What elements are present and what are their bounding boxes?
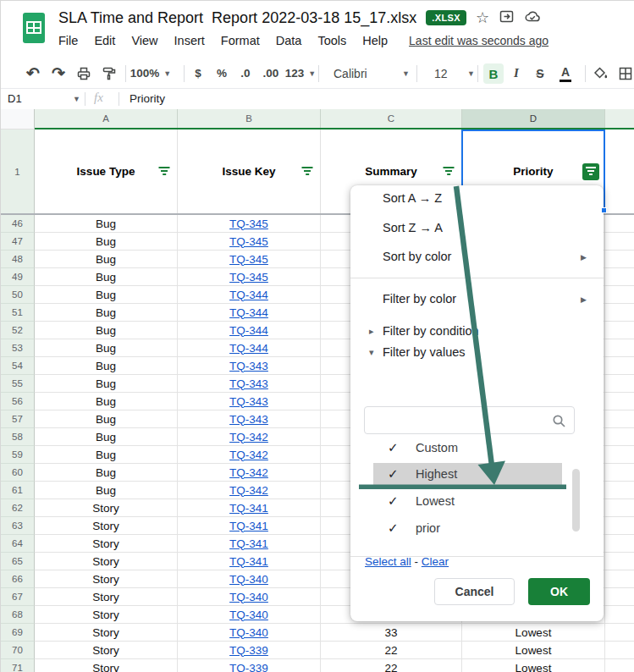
cell-issue-key[interactable]: TQ-345: [178, 251, 321, 268]
cell-empty[interactable]: [605, 659, 634, 672]
cell-issue-key[interactable]: TQ-345: [178, 233, 321, 251]
cell-empty[interactable]: [605, 535, 634, 553]
cell-issue-key[interactable]: TQ-342: [178, 482, 321, 499]
cell-issue-type[interactable]: Story: [35, 624, 178, 642]
redo-icon[interactable]: ↷: [50, 58, 67, 88]
decrease-decimal-button[interactable]: .0: [238, 58, 253, 88]
cell-empty[interactable]: [605, 268, 634, 286]
cell-issue-key[interactable]: TQ-341: [178, 499, 321, 517]
font-dropdown[interactable]: Calibri▼: [334, 58, 410, 88]
row-header-62[interactable]: 62: [1, 499, 35, 517]
cell-issue-key[interactable]: TQ-339: [178, 642, 321, 659]
row-header-61[interactable]: 61: [1, 482, 35, 499]
cell-issue-type[interactable]: Story: [35, 499, 178, 517]
issue-key-link[interactable]: TQ-344: [229, 306, 268, 319]
menu-item-filter-by-condition[interactable]: Filter by condition: [383, 322, 479, 340]
select-all-corner[interactable]: [1, 109, 35, 129]
cell-empty[interactable]: [605, 606, 634, 624]
filter-value-prior[interactable]: ✓prior: [350, 517, 575, 539]
header-cell-a[interactable]: Issue Type: [35, 129, 178, 213]
cell-issue-type[interactable]: Story: [35, 517, 178, 535]
cell-issue-type[interactable]: Bug: [35, 339, 178, 357]
column-header-b[interactable]: B: [178, 109, 321, 128]
cell-issue-key[interactable]: TQ-343: [178, 393, 321, 410]
increase-decimal-button[interactable]: .00: [262, 58, 280, 88]
text-color-button[interactable]: A: [558, 58, 573, 88]
header-cell-e[interactable]: [605, 129, 634, 213]
cell-empty[interactable]: [605, 215, 634, 233]
cell-issue-key[interactable]: TQ-345: [178, 215, 321, 233]
row-header-71[interactable]: 71: [1, 659, 35, 672]
cell-empty[interactable]: [605, 624, 634, 642]
row-header-1[interactable]: 1: [1, 129, 35, 213]
cell-issue-key[interactable]: TQ-343: [178, 410, 321, 428]
cell-issue-type[interactable]: Story: [35, 659, 178, 672]
row-header-57[interactable]: 57: [1, 410, 35, 428]
issue-key-link[interactable]: TQ-345: [229, 253, 268, 266]
cell-issue-key[interactable]: TQ-345: [178, 268, 321, 286]
cell-issue-type[interactable]: Bug: [35, 357, 178, 375]
document-title[interactable]: SLA Time and Report Report 2022-03-18 15…: [58, 9, 416, 27]
column-header-d[interactable]: D: [462, 109, 605, 128]
cell-issue-type[interactable]: Bug: [35, 322, 178, 339]
issue-key-link[interactable]: TQ-344: [229, 342, 268, 355]
font-size-dropdown[interactable]: 12▼: [434, 58, 475, 88]
formula-input[interactable]: Priority: [130, 92, 165, 105]
menu-data[interactable]: Data: [276, 34, 302, 47]
column-header-e[interactable]: [605, 109, 634, 128]
row-header-63[interactable]: 63: [1, 517, 35, 535]
filter-icon-b[interactable]: [301, 167, 313, 177]
zoom-dropdown[interactable]: 100%▼: [134, 58, 168, 88]
issue-key-link[interactable]: TQ-339: [229, 662, 268, 672]
issue-key-link[interactable]: TQ-345: [229, 218, 268, 230]
row-header-59[interactable]: 59: [1, 446, 35, 464]
row-header-51[interactable]: 51: [1, 304, 35, 322]
issue-key-link[interactable]: TQ-342: [229, 431, 268, 443]
menu-format[interactable]: Format: [221, 34, 260, 47]
cell-issue-type[interactable]: Story: [35, 553, 178, 570]
issue-key-link[interactable]: TQ-340: [229, 609, 268, 621]
cell-priority[interactable]: Lowest: [462, 659, 605, 672]
cell-issue-type[interactable]: Bug: [35, 304, 178, 322]
cell-issue-key[interactable]: TQ-342: [178, 428, 321, 446]
star-icon[interactable]: ☆: [476, 10, 489, 25]
issue-key-link[interactable]: TQ-345: [229, 235, 268, 248]
cell-issue-key[interactable]: TQ-341: [178, 535, 321, 553]
column-header-a[interactable]: A: [35, 109, 178, 128]
cell-issue-key[interactable]: TQ-339: [178, 659, 321, 672]
row-header-65[interactable]: 65: [1, 553, 35, 570]
cell-issue-type[interactable]: Bug: [35, 251, 178, 268]
menu-help[interactable]: Help: [362, 34, 388, 47]
cell-empty[interactable]: [605, 464, 634, 482]
cell-summary[interactable]: 22: [321, 659, 462, 672]
cell-issue-type[interactable]: Story: [35, 588, 178, 606]
row-header-68[interactable]: 68: [1, 606, 35, 624]
cell-priority[interactable]: Lowest: [462, 642, 605, 659]
cell-issue-key[interactable]: TQ-340: [178, 588, 321, 606]
cell-empty[interactable]: [605, 410, 634, 428]
menu-view[interactable]: View: [131, 34, 157, 47]
row-header-48[interactable]: 48: [1, 251, 35, 268]
filter-icon-c[interactable]: [443, 167, 455, 177]
issue-key-link[interactable]: TQ-339: [229, 644, 268, 657]
row-header-53[interactable]: 53: [1, 339, 35, 357]
cell-empty[interactable]: [605, 517, 634, 535]
cell-issue-type[interactable]: Bug: [35, 446, 178, 464]
menu-item-filter-by-color[interactable]: Filter by color: [383, 289, 456, 308]
expand-down-icon[interactable]: ▾: [369, 347, 374, 358]
cell-empty[interactable]: [605, 339, 634, 357]
cell-issue-key[interactable]: TQ-343: [178, 375, 321, 393]
fill-color-icon[interactable]: [592, 58, 609, 88]
row-header-64[interactable]: 64: [1, 535, 35, 553]
filter-value-custom[interactable]: ✓Custom: [350, 437, 575, 459]
cell-issue-key[interactable]: TQ-340: [178, 570, 321, 588]
row-header-50[interactable]: 50: [1, 286, 35, 304]
name-box-caret-icon[interactable]: ▼: [73, 95, 80, 103]
menu-file[interactable]: File: [58, 34, 78, 47]
issue-key-link[interactable]: TQ-345: [229, 271, 268, 284]
move-folder-icon[interactable]: [499, 8, 515, 27]
row-header-58[interactable]: 58: [1, 428, 35, 446]
row-header-52[interactable]: 52: [1, 322, 35, 339]
filter-icon-a[interactable]: [158, 167, 170, 177]
menu-tools[interactable]: Tools: [317, 34, 346, 47]
